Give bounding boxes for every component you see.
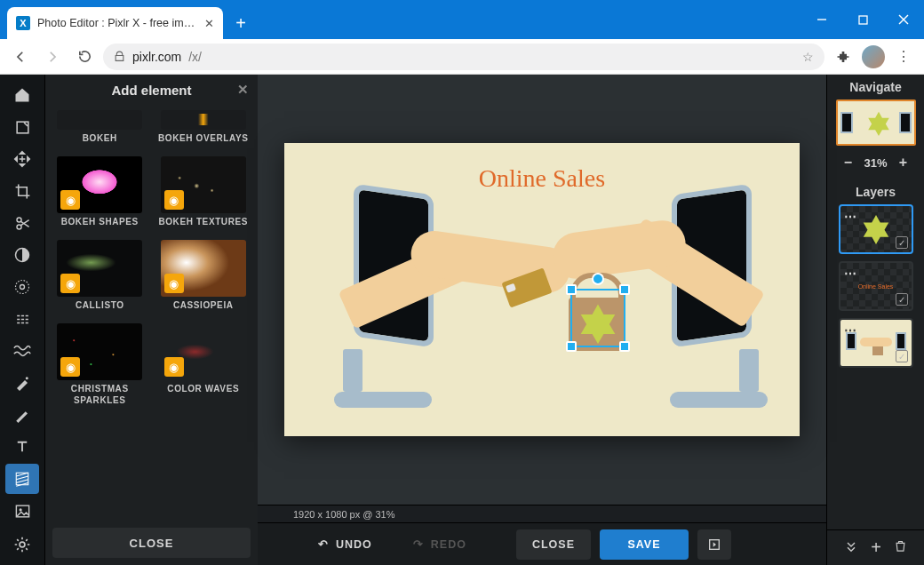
window-minimize[interactable] [801,0,842,39]
tool-add-image[interactable] [5,496,39,526]
save-button[interactable]: SAVE [600,529,689,560]
tool-effect[interactable] [5,272,39,302]
nav-back[interactable] [7,44,34,70]
premium-badge-icon: ◉ [60,357,80,377]
premium-badge-icon: ◉ [60,274,80,293]
nav-forward[interactable] [39,44,66,70]
element-category-label: CALLISTO [76,300,124,320]
element-category[interactable]: ◉BOKEH TEXTURES [158,156,250,236]
tab-title: Photo Editor : Pixlr X - free image… [37,17,197,29]
element-category-label: BOKEH OVERLAYS [158,133,248,153]
premium-badge-icon: ◉ [164,357,184,377]
navigate-header: Navigate [827,75,924,99]
tool-retouch[interactable] [5,368,39,398]
close-button[interactable]: CLOSE [516,529,591,560]
layers-merge-icon[interactable] [844,539,858,557]
svg-point-9 [20,285,25,290]
tool-arrange[interactable] [5,112,39,142]
svg-rect-4 [17,122,28,133]
canvas[interactable]: Online Sales [284,143,800,436]
tool-filter[interactable] [5,304,39,334]
window-titlebar: X Photo Editor : Pixlr X - free image… ✕… [0,0,924,39]
svg-point-13 [20,542,25,547]
tool-element[interactable] [5,464,39,494]
element-category[interactable]: BOKEH OVERLAYS [158,110,250,153]
layers-header: Layers [827,179,924,204]
canvas-status: 1920 x 1080 px @ 31% [258,505,826,522]
resize-handle-se[interactable] [619,341,630,352]
new-tab-button[interactable]: + [228,11,253,36]
layer-menu-icon[interactable]: ⋯ [844,210,857,224]
tool-draw[interactable] [5,400,39,430]
undo-button[interactable]: ↶UNDO [302,529,388,560]
element-category[interactable]: ◉CHRISTMAS SPARKLES [54,323,146,406]
resize-handle-nw[interactable] [566,284,577,295]
tool-crop[interactable] [5,176,39,206]
tool-settings[interactable] [5,529,39,560]
canvas-title-text: Online Sales [479,164,605,193]
premium-badge-icon: ◉ [60,190,80,210]
url-host: pixlr.com [132,50,181,64]
svg-rect-1 [859,16,867,24]
nav-reload[interactable] [71,44,98,70]
url-path: /x/ [188,50,202,64]
window-close[interactable] [883,0,924,39]
navigator-thumbnail[interactable] [836,99,916,146]
layer-menu-icon[interactable]: ⋯ [844,267,857,281]
element-category-label: BOKEH TEXTURES [158,217,248,236]
rotate-handle[interactable] [592,273,604,285]
tool-home[interactable] [5,80,39,110]
profile-avatar[interactable] [862,45,885,68]
tool-liquify[interactable] [5,336,39,366]
canvas-area: Online Sales [258,75,826,565]
element-category[interactable]: ◉COLOR WAVES [158,323,250,406]
layer-visibility-toggle[interactable]: ✓ [896,350,908,362]
browser-tab[interactable]: X Photo Editor : Pixlr X - free image… ✕ [7,7,223,39]
premium-badge-icon: ◉ [164,274,184,293]
element-category-label: CASSIOPEIA [173,300,234,320]
panel-close-button[interactable]: CLOSE [52,528,251,558]
tool-adjust[interactable] [5,240,39,270]
address-bar: pixlr.com/x/ ☆ ⋮ [0,39,924,75]
svg-point-10 [26,377,28,379]
layer-shape[interactable]: ⋯ ✓ [839,204,913,254]
tool-cutout[interactable] [5,208,39,238]
layers-add-icon[interactable]: + [871,537,881,558]
element-category-label: BOKEH [83,133,117,153]
right-panel: Navigate − 31% + Layers ⋯ ✓ ⋯ Online Sal… [826,75,924,565]
element-category[interactable]: ◉CASSIOPEIA [158,240,250,320]
element-category-label: COLOR WAVES [167,384,239,403]
element-category-label: CHRISTMAS SPARKLES [54,384,146,406]
layers-delete-icon[interactable] [894,539,907,556]
url-field[interactable]: pixlr.com/x/ ☆ [103,44,824,70]
zoom-value: 31% [864,156,887,170]
svg-point-12 [19,508,21,511]
tab-close-icon[interactable]: ✕ [204,17,214,30]
pixlr-favicon: X [16,16,30,30]
zoom-out[interactable]: − [839,155,856,171]
element-category-label: BOKEH SHAPES [61,217,139,236]
extensions-button[interactable] [830,44,856,70]
element-category[interactable]: ◉CALLISTO [54,240,146,320]
layer-background[interactable]: ⋯ ✓ [839,318,913,368]
element-category[interactable]: BOKEH [54,110,146,153]
tool-strip [0,75,44,565]
window-maximize[interactable] [842,0,883,39]
bookmark-star-icon[interactable]: ☆ [802,50,814,64]
lock-icon [114,51,125,62]
layer-visibility-toggle[interactable]: ✓ [896,293,908,306]
chrome-menu[interactable]: ⋮ [890,44,917,70]
element-category[interactable]: ◉BOKEH SHAPES [54,156,146,236]
selection-box[interactable] [570,289,625,347]
panel-title: Add element [111,83,191,98]
tool-move[interactable] [5,144,39,174]
export-button[interactable] [697,529,731,560]
tool-text[interactable] [5,432,39,462]
layer-text[interactable]: ⋯ Online Sales ✓ [839,261,913,311]
panel-close-icon[interactable]: ✕ [237,82,249,98]
zoom-in[interactable]: + [895,155,912,171]
resize-handle-ne[interactable] [619,284,630,295]
resize-handle-sw[interactable] [566,341,577,352]
redo-button[interactable]: ↷REDO [397,529,482,560]
layer-visibility-toggle[interactable]: ✓ [896,236,908,249]
